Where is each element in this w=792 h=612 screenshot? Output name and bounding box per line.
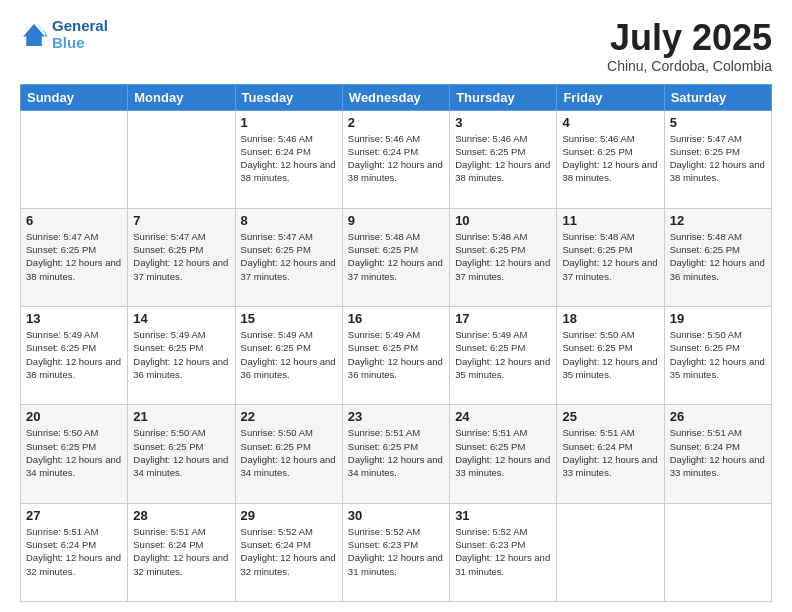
day-cell: 30Sunrise: 5:52 AM Sunset: 6:23 PM Dayli… (342, 503, 449, 601)
day-cell: 17Sunrise: 5:49 AM Sunset: 6:25 PM Dayli… (450, 307, 557, 405)
day-info: Sunrise: 5:52 AM Sunset: 6:24 PM Dayligh… (241, 525, 337, 578)
day-info: Sunrise: 5:51 AM Sunset: 6:25 PM Dayligh… (348, 426, 444, 479)
day-number: 23 (348, 409, 444, 424)
day-info: Sunrise: 5:49 AM Sunset: 6:25 PM Dayligh… (348, 328, 444, 381)
day-info: Sunrise: 5:51 AM Sunset: 6:25 PM Dayligh… (455, 426, 551, 479)
day-number: 27 (26, 508, 122, 523)
day-cell: 21Sunrise: 5:50 AM Sunset: 6:25 PM Dayli… (128, 405, 235, 503)
day-cell (21, 110, 128, 208)
day-cell: 14Sunrise: 5:49 AM Sunset: 6:25 PM Dayli… (128, 307, 235, 405)
day-info: Sunrise: 5:50 AM Sunset: 6:25 PM Dayligh… (26, 426, 122, 479)
day-info: Sunrise: 5:50 AM Sunset: 6:25 PM Dayligh… (670, 328, 766, 381)
day-number: 18 (562, 311, 658, 326)
day-info: Sunrise: 5:49 AM Sunset: 6:25 PM Dayligh… (133, 328, 229, 381)
day-number: 30 (348, 508, 444, 523)
logo-text: General Blue (52, 18, 108, 51)
day-number: 24 (455, 409, 551, 424)
day-cell: 25Sunrise: 5:51 AM Sunset: 6:24 PM Dayli… (557, 405, 664, 503)
day-number: 5 (670, 115, 766, 130)
calendar-table: SundayMondayTuesdayWednesdayThursdayFrid… (20, 84, 772, 602)
day-cell: 10Sunrise: 5:48 AM Sunset: 6:25 PM Dayli… (450, 208, 557, 306)
day-info: Sunrise: 5:46 AM Sunset: 6:25 PM Dayligh… (455, 132, 551, 185)
day-info: Sunrise: 5:51 AM Sunset: 6:24 PM Dayligh… (562, 426, 658, 479)
day-number: 7 (133, 213, 229, 228)
day-number: 26 (670, 409, 766, 424)
logo-general: General (52, 17, 108, 34)
day-cell: 12Sunrise: 5:48 AM Sunset: 6:25 PM Dayli… (664, 208, 771, 306)
day-cell: 23Sunrise: 5:51 AM Sunset: 6:25 PM Dayli… (342, 405, 449, 503)
day-number: 3 (455, 115, 551, 130)
day-header-wednesday: Wednesday (342, 84, 449, 110)
month-title: July 2025 (607, 18, 772, 58)
day-info: Sunrise: 5:51 AM Sunset: 6:24 PM Dayligh… (670, 426, 766, 479)
day-info: Sunrise: 5:46 AM Sunset: 6:24 PM Dayligh… (241, 132, 337, 185)
day-cell: 19Sunrise: 5:50 AM Sunset: 6:25 PM Dayli… (664, 307, 771, 405)
day-number: 4 (562, 115, 658, 130)
day-header-sunday: Sunday (21, 84, 128, 110)
day-cell: 11Sunrise: 5:48 AM Sunset: 6:25 PM Dayli… (557, 208, 664, 306)
header: General Blue July 2025 Chinu, Cordoba, C… (20, 18, 772, 74)
svg-marker-0 (23, 24, 45, 46)
day-number: 15 (241, 311, 337, 326)
week-row-5: 27Sunrise: 5:51 AM Sunset: 6:24 PM Dayli… (21, 503, 772, 601)
week-row-2: 6Sunrise: 5:47 AM Sunset: 6:25 PM Daylig… (21, 208, 772, 306)
day-number: 14 (133, 311, 229, 326)
week-row-3: 13Sunrise: 5:49 AM Sunset: 6:25 PM Dayli… (21, 307, 772, 405)
day-cell: 7Sunrise: 5:47 AM Sunset: 6:25 PM Daylig… (128, 208, 235, 306)
day-number: 22 (241, 409, 337, 424)
day-number: 6 (26, 213, 122, 228)
day-cell: 3Sunrise: 5:46 AM Sunset: 6:25 PM Daylig… (450, 110, 557, 208)
logo-icon (20, 21, 48, 49)
day-number: 2 (348, 115, 444, 130)
day-number: 25 (562, 409, 658, 424)
logo-blue: Blue (52, 34, 85, 51)
day-info: Sunrise: 5:49 AM Sunset: 6:25 PM Dayligh… (26, 328, 122, 381)
day-cell: 29Sunrise: 5:52 AM Sunset: 6:24 PM Dayli… (235, 503, 342, 601)
day-cell: 22Sunrise: 5:50 AM Sunset: 6:25 PM Dayli… (235, 405, 342, 503)
day-info: Sunrise: 5:52 AM Sunset: 6:23 PM Dayligh… (455, 525, 551, 578)
day-number: 11 (562, 213, 658, 228)
day-number: 29 (241, 508, 337, 523)
day-cell: 9Sunrise: 5:48 AM Sunset: 6:25 PM Daylig… (342, 208, 449, 306)
day-cell: 8Sunrise: 5:47 AM Sunset: 6:25 PM Daylig… (235, 208, 342, 306)
location: Chinu, Cordoba, Colombia (607, 58, 772, 74)
day-info: Sunrise: 5:51 AM Sunset: 6:24 PM Dayligh… (133, 525, 229, 578)
day-cell: 20Sunrise: 5:50 AM Sunset: 6:25 PM Dayli… (21, 405, 128, 503)
day-info: Sunrise: 5:48 AM Sunset: 6:25 PM Dayligh… (455, 230, 551, 283)
day-info: Sunrise: 5:51 AM Sunset: 6:24 PM Dayligh… (26, 525, 122, 578)
day-header-saturday: Saturday (664, 84, 771, 110)
week-row-1: 1Sunrise: 5:46 AM Sunset: 6:24 PM Daylig… (21, 110, 772, 208)
day-number: 1 (241, 115, 337, 130)
page: General Blue July 2025 Chinu, Cordoba, C… (0, 0, 792, 612)
day-cell: 6Sunrise: 5:47 AM Sunset: 6:25 PM Daylig… (21, 208, 128, 306)
day-info: Sunrise: 5:46 AM Sunset: 6:25 PM Dayligh… (562, 132, 658, 185)
day-info: Sunrise: 5:47 AM Sunset: 6:25 PM Dayligh… (670, 132, 766, 185)
week-row-4: 20Sunrise: 5:50 AM Sunset: 6:25 PM Dayli… (21, 405, 772, 503)
title-block: July 2025 Chinu, Cordoba, Colombia (607, 18, 772, 74)
day-cell: 24Sunrise: 5:51 AM Sunset: 6:25 PM Dayli… (450, 405, 557, 503)
day-cell: 2Sunrise: 5:46 AM Sunset: 6:24 PM Daylig… (342, 110, 449, 208)
day-number: 16 (348, 311, 444, 326)
day-number: 31 (455, 508, 551, 523)
day-info: Sunrise: 5:48 AM Sunset: 6:25 PM Dayligh… (348, 230, 444, 283)
day-info: Sunrise: 5:48 AM Sunset: 6:25 PM Dayligh… (670, 230, 766, 283)
day-header-monday: Monday (128, 84, 235, 110)
day-number: 28 (133, 508, 229, 523)
day-info: Sunrise: 5:47 AM Sunset: 6:25 PM Dayligh… (241, 230, 337, 283)
day-cell (128, 110, 235, 208)
day-header-friday: Friday (557, 84, 664, 110)
day-cell: 13Sunrise: 5:49 AM Sunset: 6:25 PM Dayli… (21, 307, 128, 405)
day-header-tuesday: Tuesday (235, 84, 342, 110)
day-number: 21 (133, 409, 229, 424)
day-info: Sunrise: 5:49 AM Sunset: 6:25 PM Dayligh… (455, 328, 551, 381)
day-number: 17 (455, 311, 551, 326)
day-cell: 1Sunrise: 5:46 AM Sunset: 6:24 PM Daylig… (235, 110, 342, 208)
day-info: Sunrise: 5:48 AM Sunset: 6:25 PM Dayligh… (562, 230, 658, 283)
day-info: Sunrise: 5:47 AM Sunset: 6:25 PM Dayligh… (133, 230, 229, 283)
day-cell: 28Sunrise: 5:51 AM Sunset: 6:24 PM Dayli… (128, 503, 235, 601)
day-info: Sunrise: 5:50 AM Sunset: 6:25 PM Dayligh… (241, 426, 337, 479)
day-cell (664, 503, 771, 601)
day-cell (557, 503, 664, 601)
day-number: 10 (455, 213, 551, 228)
day-info: Sunrise: 5:50 AM Sunset: 6:25 PM Dayligh… (133, 426, 229, 479)
